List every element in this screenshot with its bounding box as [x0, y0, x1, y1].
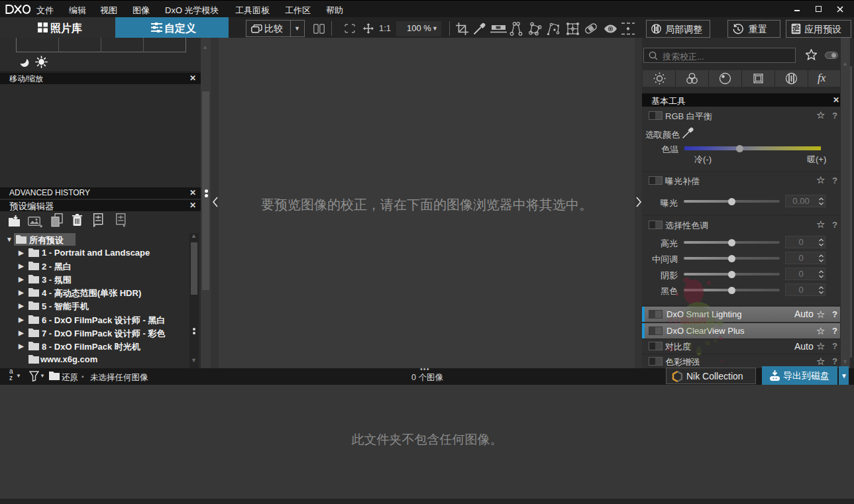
- svg-text:小刀娱乐网: 小刀娱乐网: [666, 315, 706, 325]
